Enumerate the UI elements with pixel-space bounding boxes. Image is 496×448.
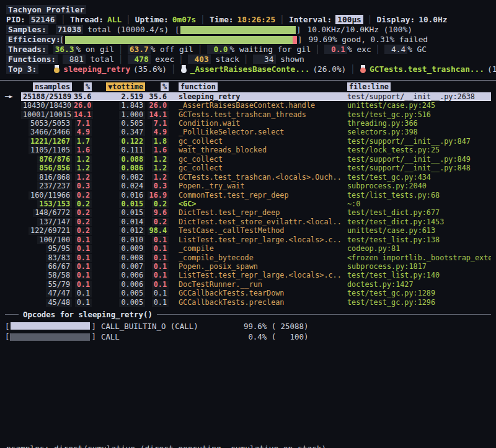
tottime-cell: 0.016 (119, 191, 145, 200)
function-name-cell: Condition.wait (179, 120, 342, 128)
table-row[interactable]: 153/153 0.2 0.015 0.2 <GC> ~:0 (5, 200, 491, 208)
row-marker (5, 253, 21, 262)
table-row[interactable]: 10001/10015 14.1 1.000 14.1 GCTests.test… (5, 110, 491, 119)
status-item-value: 18:26:25 (237, 15, 276, 24)
percent-cell: 0.1 (75, 281, 92, 289)
file-line-cell: <frozen importlib._bootstrap_externa (347, 254, 491, 262)
table-row[interactable]: 1105/1105 1.6 0.111 1.6 wait_threads_blo… (5, 146, 491, 155)
file-line-cell: test/test_dict.py:677 (347, 209, 491, 217)
table-row[interactable]: 66/67 0.1 0.007 0.1 Popen._posix_spawn s… (5, 262, 491, 271)
file-line-cell: test/list_tests.py:68 (347, 191, 491, 200)
table-row[interactable]: 816/868 1.2 0.082 1.2 GCTests.test_trash… (5, 173, 491, 182)
header-cumulative-percent[interactable]: % (161, 82, 169, 91)
status-item: Thread:ALL (56, 15, 122, 24)
header-percent[interactable]: % (84, 82, 92, 91)
top3-percent: (26.0%) (312, 64, 346, 74)
table-row[interactable]: 876/876 1.2 0.088 1.2 gc_collect test/su… (5, 155, 491, 164)
row-marker (5, 298, 21, 307)
table-row[interactable]: 47/47 0.1 0.005 0.1 GCCallbackTests.tear… (5, 289, 491, 298)
function-name-cell: gc_collect (179, 164, 342, 172)
percent-cell: 0.1 (75, 263, 92, 271)
table-row[interactable]: 55/79 0.1 0.006 0.1 DocTestRunner.__run … (5, 280, 491, 289)
header-function[interactable]: function (179, 82, 218, 91)
row-marker (5, 128, 21, 137)
efficiency-bar (65, 36, 297, 44)
row-marker (5, 262, 21, 271)
function-name-cell: ListTest.test_repr_large.<locals>.c... (179, 236, 342, 244)
cumulative-percent-cell: 0.3 (152, 182, 169, 190)
cumulative-percent-cell: 0.1 (152, 236, 169, 244)
percent-cell: 1.7 (75, 138, 92, 146)
table-row[interactable]: 18430/18430 26.0 1.843 26.0 _AssertRaise… (5, 101, 491, 110)
table-row[interactable]: 3466/3466 4.9 0.347 4.9 _PollLikeSelecto… (5, 128, 491, 137)
nsamples-cell: 1221/1267 (29, 138, 72, 146)
header-tottime-sorted[interactable]: ▼tottime (106, 82, 145, 91)
table-row[interactable]: 95/95 0.1 0.009 0.1 _compile codeop.py:8… (5, 244, 491, 253)
nsamples-cell: 153/153 (37, 200, 72, 208)
header-file-line[interactable]: file:line (347, 82, 391, 91)
nsamples-cell: 83/83 (46, 254, 72, 262)
table-row[interactable]: 1221/1267 1.7 0.122 1.8 gc_collect test/… (5, 137, 491, 146)
status-item-label: Thread: (70, 15, 104, 24)
table-row[interactable]: 83/83 0.1 0.008 0.1 _compile_bytecode <f… (5, 253, 491, 262)
top-functions-row: Top 3:sleeping_retry(35.6%)_AssertRaises… (6, 64, 490, 74)
table-row[interactable]: 137/147 0.2 0.014 0.2 DictTest.test_stor… (5, 217, 491, 226)
row-marker (5, 289, 21, 298)
percent-cell: 0.2 (75, 209, 92, 217)
file-line-cell: test/support/__init__.py:847 (347, 138, 491, 146)
percent-cell: 35.6 (72, 93, 93, 101)
table-row[interactable]: 58/58 0.1 0.006 0.1 ListTest.test_repr_l… (5, 271, 491, 280)
file-line-cell: test/lock_tests.py:25 (347, 146, 491, 154)
status-item: PID:52146 (6, 15, 56, 24)
row-marker (5, 110, 21, 119)
table-row[interactable]: 100/100 0.1 0.010 0.1 ListTest.test_repr… (5, 235, 491, 244)
medal-icon (360, 65, 366, 73)
file-line-cell: test/support/__init__.py:848 (347, 164, 491, 172)
opcode-bar-fill (11, 333, 11, 341)
table-row[interactable]: ─► 25188/25189 35.6 2.519 35.6 sleeping_… (5, 92, 491, 101)
function-stat-suffix: exec (151, 55, 175, 64)
percent-cell: 0.1 (75, 245, 92, 253)
table-row[interactable]: 122/69721 0.2 0.012 98.4 TestCase._callT… (5, 227, 491, 235)
table-row[interactable]: 45/48 0.1 0.005 0.1 GCCallbackTests.prec… (5, 298, 491, 307)
header-nsamples[interactable]: nsamples (33, 82, 72, 91)
function-name-cell: GCCallbackTests.preclean (179, 299, 342, 307)
percent-cell: 0.1 (75, 236, 92, 244)
opcode-bar (11, 333, 90, 341)
function-stat-value: 881 (63, 55, 86, 64)
table-row[interactable]: 148/6772 0.2 0.015 9.6 DictTest.test_rep… (5, 209, 491, 217)
function-name-cell: DictTest.test_repr_deep (179, 209, 342, 217)
function-stat-suffix: total (86, 55, 114, 64)
thread-stat-item: 0.1% exc (311, 45, 371, 54)
function-stat-suffix: shown (276, 55, 304, 64)
table-row[interactable]: 5053/5053 7.1 0.505 7.1 Condition.wait t… (5, 119, 491, 128)
table-row[interactable]: 856/856 1.2 0.086 1.2 gc_collect test/su… (5, 164, 491, 173)
thread-stat-item: 63.7% off gil (114, 45, 193, 54)
table-header: nsamples % ▼tottime % function file:line (5, 82, 491, 92)
cumulative-percent-cell: 0.1 (152, 245, 169, 253)
file-line-cell: subprocess.py:2040 (347, 182, 491, 190)
table-row[interactable]: 160/11966 0.2 0.016 16.9 CommonTest.test… (5, 191, 491, 200)
cumulative-percent-cell: 9.6 (152, 209, 169, 217)
function-name-cell: GCCallbackTests.tearDown (179, 289, 342, 297)
status-item-value: ALL (107, 15, 122, 24)
file-line-cell: test/test_gc.py:1289 (347, 289, 491, 297)
thread-stat-value: 36.3 (53, 45, 76, 54)
status-item-label: PID: (6, 15, 25, 24)
opcode-name: CALL (101, 332, 244, 341)
row-marker (5, 101, 21, 110)
status-item-value: 100µs (335, 15, 363, 24)
function-name-cell: sleeping_retry (179, 93, 342, 101)
cumulative-percent-cell: 98.4 (148, 227, 169, 235)
function-table: nsamples % ▼tottime % function file:line… (5, 82, 491, 307)
nsamples-cell: 137/147 (37, 218, 72, 226)
function-stat-value: 403 (188, 55, 211, 64)
efficiency-summary: 99.69% good, 0.31% failed (308, 35, 428, 45)
function-name-cell: <GC> (179, 200, 342, 208)
bracket-close: ] (298, 35, 303, 45)
percent-cell: 0.1 (75, 254, 92, 262)
tottime-cell: 0.505 (119, 120, 145, 128)
table-row[interactable]: 237/237 0.3 0.024 0.3 Popen._try_wait su… (5, 182, 491, 190)
cumulative-percent-cell: 1.2 (152, 173, 169, 182)
percent-cell: 7.1 (75, 120, 92, 128)
